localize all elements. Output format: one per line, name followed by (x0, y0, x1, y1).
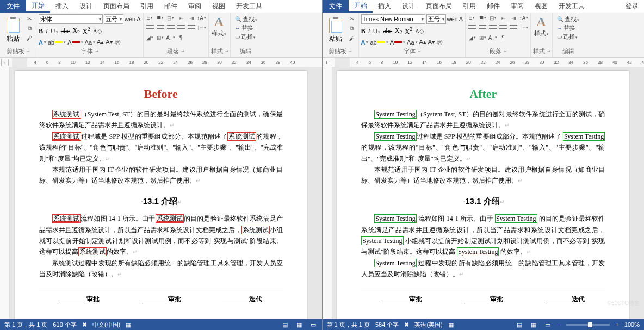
superscript-button[interactable]: X2 (83, 26, 90, 36)
borders-button[interactable]: ⊞ (156, 34, 165, 41)
find-button[interactable]: 查找 (235, 15, 257, 23)
track-changes-icon[interactable]: ▦ (448, 321, 454, 328)
strike-button[interactable]: abc (383, 27, 392, 35)
copy-button[interactable]: ⧉ (25, 24, 34, 33)
shrink-font-button[interactable]: A▾ (428, 39, 435, 46)
multilevel-list-button[interactable]: ⊟ (488, 14, 497, 22)
track-changes-icon[interactable]: ▦ (126, 321, 131, 328)
proofing-icon[interactable]: ✖ (82, 321, 87, 328)
font-size-select[interactable]: 五号 (426, 14, 446, 24)
font-color-button[interactable]: A (67, 39, 83, 46)
login-link[interactable]: 登录 (626, 2, 644, 11)
styles-button[interactable]: A 样式 (211, 14, 227, 38)
vertical-ruler[interactable] (0, 67, 10, 319)
clipboard-label[interactable]: 剪贴板 (2, 47, 34, 56)
align-center-button[interactable] (156, 24, 165, 32)
document-area[interactable]: Before 系统测试（System Test, ST）的目的是对最终软件系统进… (0, 67, 322, 319)
increase-indent-button[interactable]: ⇥ (187, 14, 196, 22)
font-label[interactable]: 字体 (361, 47, 463, 56)
underline-button[interactable]: U (373, 27, 381, 35)
phonetic-guide-button[interactable]: wén (447, 16, 458, 22)
tab-design[interactable]: 设计 (74, 0, 98, 13)
replace-button[interactable]: 替换 (235, 24, 257, 32)
bullet-list-button[interactable]: ≡ (468, 14, 476, 22)
bold-button[interactable]: B (39, 27, 43, 35)
align-center-button[interactable] (478, 24, 487, 32)
decrease-indent-button[interactable]: ⇤ (499, 14, 507, 22)
font-name-select[interactable]: Times New Roman (361, 14, 425, 24)
page-count[interactable]: 第 1 页，共 1 页 (327, 321, 370, 329)
subscript-button[interactable]: X2 (72, 27, 80, 35)
font-label[interactable]: 字体 (39, 47, 141, 56)
justify-button[interactable] (499, 24, 507, 32)
web-layout-button[interactable]: ▭ (543, 321, 552, 328)
paste-button[interactable]: 粘贴 (325, 14, 346, 47)
sort-button[interactable]: A↓ (166, 34, 175, 41)
show-marks-button[interactable]: ¶ (177, 34, 185, 41)
proofing-icon[interactable]: ✖ (404, 321, 409, 328)
zoom-slider[interactable] (566, 324, 610, 326)
strike-button[interactable]: abc (61, 27, 70, 35)
tab-references[interactable]: 引用 (457, 0, 481, 13)
bullet-list-button[interactable]: ≡ (146, 14, 154, 22)
paragraph-label[interactable]: 段落 (468, 47, 528, 56)
underline-button[interactable]: U (51, 27, 58, 35)
replace-button[interactable]: 替换 (557, 24, 579, 32)
highlight-button[interactable]: ab (370, 39, 388, 46)
tab-dev[interactable]: 开发工具 (553, 0, 590, 13)
distribute-button[interactable] (509, 24, 518, 32)
paragraph-label[interactable]: 段落 (146, 47, 206, 56)
align-right-button[interactable] (488, 24, 497, 32)
font-name-select[interactable]: 宋体 (39, 14, 103, 24)
text-effects-button[interactable]: A (361, 39, 369, 46)
show-marks-button[interactable]: ¶ (499, 34, 507, 41)
change-case-button[interactable]: Aa (85, 39, 95, 46)
italic-button[interactable]: I (368, 27, 370, 35)
align-left-button[interactable] (468, 24, 476, 32)
web-layout-button[interactable]: ▭ (309, 321, 318, 328)
tab-home[interactable]: 开始 (349, 0, 373, 13)
tab-file[interactable]: 文件 (323, 0, 349, 13)
tab-view[interactable]: 视图 (207, 0, 231, 13)
read-mode-button[interactable]: ▤ (515, 321, 524, 328)
print-layout-button[interactable]: ▦ (529, 321, 538, 328)
styles-button[interactable]: A 样式 (533, 14, 549, 38)
styles-label[interactable]: 样式 (211, 47, 228, 56)
char-border-button[interactable]: A (137, 16, 140, 22)
align-right-button[interactable] (166, 24, 175, 32)
horizontal-ruler[interactable]: L 24681012141618202224262830323436384042… (323, 58, 645, 67)
language-status[interactable]: 中文(中国) (92, 321, 120, 329)
document-body[interactable]: 系统测试（System Test, ST）的目的是对最终软件系统进行全面的测试，… (39, 109, 283, 304)
number-list-button[interactable]: ≣ (478, 14, 487, 22)
tab-mailings[interactable]: 邮件 (481, 0, 505, 13)
zoom-in-button[interactable]: + (615, 321, 618, 328)
page-count[interactable]: 第 1 页，共 1 页 (4, 321, 47, 329)
font-color-button[interactable]: A (390, 39, 405, 46)
text-effects-button[interactable]: A (39, 39, 46, 46)
clear-format-button[interactable]: A◇ (415, 28, 424, 35)
shading-button[interactable]: ◢ (468, 34, 476, 41)
vertical-ruler[interactable] (323, 67, 332, 319)
language-status[interactable]: 英语(美国) (414, 321, 442, 329)
horizontal-ruler[interactable]: L 246810121416182022242628303234363840 (0, 58, 322, 67)
clear-format-button[interactable]: A◇ (93, 28, 102, 35)
select-button[interactable]: 选择 (557, 33, 579, 41)
subscript-button[interactable]: X2 (395, 27, 403, 35)
grow-font-button[interactable]: A▴ (419, 39, 426, 46)
tab-mailings[interactable]: 邮件 (159, 0, 183, 13)
tab-insert[interactable]: 插入 (50, 0, 74, 13)
sort-button[interactable]: A↓ (488, 34, 497, 41)
shrink-font-button[interactable]: A▾ (106, 39, 113, 46)
char-border-button[interactable]: A (459, 16, 463, 22)
tab-design[interactable]: 设计 (397, 0, 420, 13)
tab-home[interactable]: 开始 (26, 0, 50, 13)
tab-selector[interactable]: L (1, 59, 9, 66)
line-spacing-button[interactable]: ‡≡ (519, 24, 528, 32)
select-button[interactable]: 选择 (235, 33, 257, 41)
tab-selector[interactable]: L (324, 59, 331, 66)
zoom-level[interactable]: 100% (624, 321, 640, 328)
clipboard-label[interactable]: 剪贴板 (325, 47, 356, 56)
copy-button[interactable]: ⧉ (348, 24, 356, 33)
phonetic-guide-button[interactable]: wén (125, 16, 135, 22)
text-direction-button[interactable]: ↕A (197, 14, 206, 22)
